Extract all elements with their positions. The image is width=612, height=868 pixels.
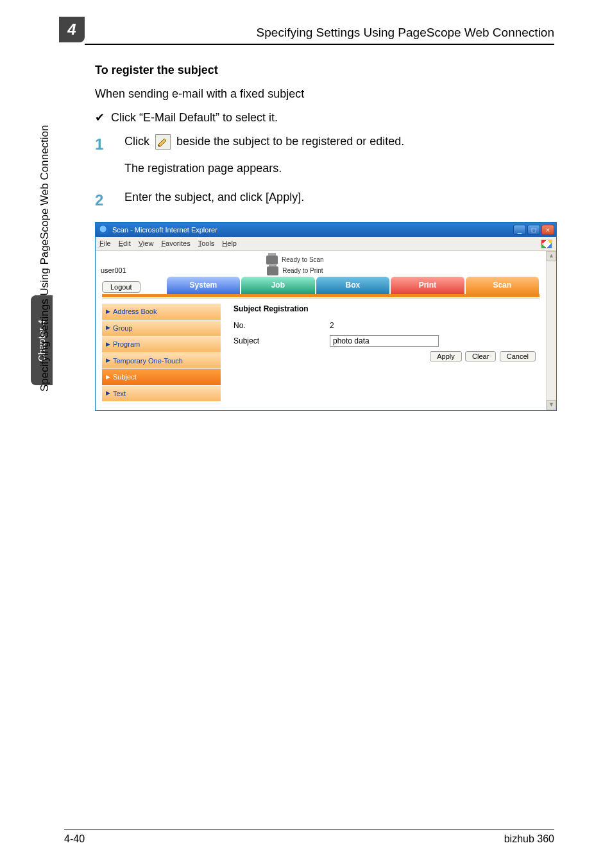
sidebar-item-subject[interactable]: ▶ Subject [102, 369, 221, 385]
printer-icon [267, 266, 278, 275]
step1-part-a: Click [124, 135, 149, 148]
step-2: 2 Enter the subject, and click [Apply]. [95, 189, 554, 212]
menu-view[interactable]: View [139, 238, 154, 249]
intro-text: When sending e-mail with a fixed subject [95, 85, 554, 103]
sidebar-item-text[interactable]: ▶ Text [102, 385, 221, 402]
main-area: ▶ Address Book ▶ Group ▶ Program ▶ [96, 303, 546, 410]
menu-help[interactable]: Help [222, 238, 237, 249]
page-corner-number: 4 [59, 17, 85, 42]
menu-file[interactable]: File [99, 238, 111, 249]
button-row: Apply Clear Cancel [234, 351, 540, 362]
no-value: 2 [330, 320, 334, 331]
footer-model: bizhub 360 [504, 833, 554, 845]
scroll-down-icon[interactable]: ▼ [547, 400, 556, 410]
chevron-right-icon: ▶ [106, 389, 110, 398]
tab-box[interactable]: Box [316, 277, 389, 294]
username-label: user001 [101, 265, 126, 276]
status-scan: Ready to Scan [282, 255, 324, 265]
edit-icon [155, 134, 171, 150]
menu-tools[interactable]: Tools [198, 238, 215, 249]
apply-button[interactable]: Apply [430, 351, 462, 361]
step-number: 1 [95, 133, 112, 156]
chevron-right-icon: ▶ [106, 373, 110, 382]
sidebar-item-program[interactable]: ▶ Program [102, 336, 221, 352]
menu-edit[interactable]: Edit [119, 238, 131, 249]
header-rule [85, 44, 554, 45]
browser-window: Scan - Microsoft Internet Explorer _ □ ×… [95, 222, 557, 411]
ie-icon [99, 225, 108, 234]
chevron-right-icon: ▶ [106, 340, 110, 349]
sidebar-item-label: Temporary One-Touch [113, 356, 183, 367]
subject-label: Subject [234, 335, 330, 347]
window-title: Scan - Microsoft Internet Explorer [112, 225, 217, 236]
tab-print[interactable]: Print [391, 277, 464, 294]
step1-result: The registration page appears. [124, 160, 554, 177]
scanner-icon [266, 256, 278, 265]
scroll-up-icon[interactable]: ▲ [547, 251, 556, 261]
sidebar-item-group[interactable]: ▶ Group [102, 320, 221, 336]
tab-row: Logout System Job Box Print Scan [96, 277, 546, 294]
sidebar-item-label: Program [113, 339, 140, 350]
window-titlebar: Scan - Microsoft Internet Explorer _ □ × [96, 223, 556, 237]
active-tab-underline [102, 294, 540, 297]
minimize-button[interactable]: _ [513, 225, 526, 235]
window-buttons: _ □ × [513, 225, 554, 235]
close-button[interactable]: × [541, 225, 554, 235]
sidebar-item-label: Group [113, 323, 133, 334]
status-print: Ready to Print [282, 266, 323, 275]
device-status-bar: user001 Ready to Scan Ready to Print [96, 251, 546, 277]
page-running-header: Specifying Settings Using PageScope Web … [205, 26, 554, 40]
no-label: No. [234, 320, 330, 331]
logout-button[interactable]: Logout [102, 281, 140, 293]
chevron-right-icon: ▶ [106, 356, 110, 365]
clear-button[interactable]: Clear [465, 351, 496, 361]
windows-flag-icon [541, 239, 552, 248]
prereq-bullet: Click “E-Mail Default” to select it. [95, 109, 554, 126]
step-text: Enter the subject, and click [Apply]. [124, 189, 554, 212]
browser-menubar: File Edit View Favorites Tools Help [96, 237, 556, 251]
cancel-button[interactable]: Cancel [500, 351, 536, 361]
maximize-button[interactable]: □ [527, 225, 540, 235]
tab-system[interactable]: System [167, 277, 240, 294]
sidebar-item-temporary-one-touch[interactable]: ▶ Temporary One-Touch [102, 352, 221, 369]
step-number: 2 [95, 189, 112, 212]
sidebar-item-address-book[interactable]: ▶ Address Book [102, 303, 221, 320]
browser-body: ▲ ▼ user001 Ready to Scan Ready to Print [96, 251, 556, 410]
subject-input[interactable] [330, 335, 439, 347]
menu-favorites[interactable]: Favorites [161, 238, 190, 249]
chevron-right-icon: ▶ [106, 308, 110, 317]
sidebar-item-label: Text [113, 388, 126, 399]
divider [102, 299, 540, 299]
footer-page-number: 4-40 [64, 833, 85, 845]
content-area: To register the subject When sending e-m… [95, 62, 554, 411]
side-running-title: Specifying Settings Using PageScope Web … [38, 125, 51, 392]
footer-rule [64, 829, 554, 829]
subject-registration-panel: Subject Registration No. 2 Subject Apply… [234, 303, 540, 401]
sidebar-item-label: Address Book [113, 306, 157, 317]
chevron-right-icon: ▶ [106, 324, 110, 333]
step-1: 1 Click beside the subject to be registe… [95, 133, 554, 156]
step-text: Click beside the subject to be registere… [124, 133, 554, 156]
side-menu: ▶ Address Book ▶ Group ▶ Program ▶ [102, 303, 221, 401]
tab-job[interactable]: Job [241, 277, 314, 294]
sidebar-item-label: Subject [113, 372, 137, 383]
vertical-scrollbar[interactable]: ▲ ▼ [546, 251, 556, 410]
section-heading: To register the subject [95, 62, 554, 79]
panel-title: Subject Registration [234, 303, 540, 315]
step1-part-b: beside the subject to be registered or e… [176, 135, 404, 148]
tab-scan[interactable]: Scan [466, 277, 539, 294]
